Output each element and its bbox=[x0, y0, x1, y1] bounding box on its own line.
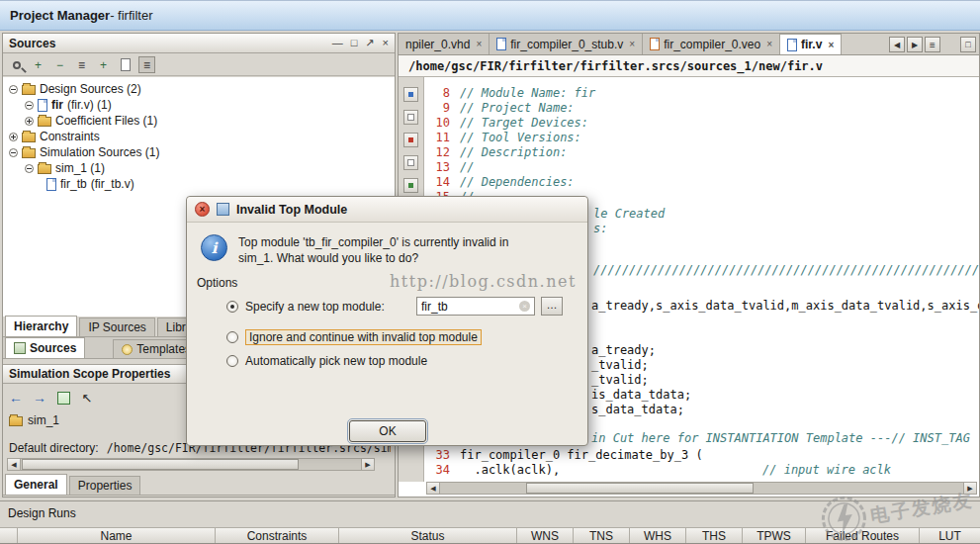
code-line: 11// Tool Versions: bbox=[399, 131, 979, 145]
column-wns[interactable]: WNS bbox=[517, 528, 574, 543]
code-fragment: _tvalid; bbox=[591, 373, 649, 387]
collapse-all-icon[interactable]: − bbox=[51, 56, 68, 73]
scrollbar-thumb[interactable] bbox=[22, 459, 299, 470]
float-icon[interactable]: ↗ bbox=[365, 37, 374, 49]
tree-item-constraints[interactable]: Constraints bbox=[3, 129, 100, 144]
scrollbar-thumb[interactable] bbox=[526, 483, 754, 494]
radio-specify-top-module[interactable]: Specify a new top module: bbox=[226, 300, 385, 314]
tab-ip-sources[interactable]: IP Sources bbox=[79, 317, 154, 336]
radio-button-icon[interactable] bbox=[226, 301, 238, 313]
scroll-right-icon[interactable]: ▶ bbox=[361, 459, 374, 470]
maximize-icon[interactable]: □ bbox=[351, 37, 358, 49]
close-tab-icon[interactable]: × bbox=[766, 39, 772, 49]
column-ths[interactable]: THS bbox=[686, 528, 743, 543]
radio-ignore-invalid-top[interactable]: Ignore and continue with invalid top mod… bbox=[226, 329, 482, 345]
tab-fir-compiler-0-veo[interactable]: fir_compiler_0.veo × bbox=[643, 34, 780, 54]
column-tpws[interactable]: TPWS bbox=[743, 528, 806, 543]
close-tab-icon[interactable]: × bbox=[629, 39, 635, 49]
verilog-file-icon bbox=[496, 38, 506, 50]
minimize-icon[interactable]: — bbox=[332, 37, 343, 49]
column-status[interactable]: Status bbox=[339, 528, 517, 543]
properties-horizontal-scrollbar[interactable]: ◀ ▶ bbox=[7, 458, 375, 471]
collapse-handle-icon[interactable] bbox=[9, 148, 18, 157]
verilog-file-icon bbox=[38, 99, 47, 112]
tab-fir-compiler-0-stub-v[interactable]: fir_compiler_0_stub.v × bbox=[490, 34, 643, 54]
top-module-input[interactable] bbox=[421, 300, 512, 314]
column-whs[interactable]: WHS bbox=[630, 528, 686, 543]
code-fragment: le Created bbox=[593, 207, 665, 221]
column-tns[interactable]: TNS bbox=[574, 528, 630, 543]
expand-handle-icon[interactable] bbox=[9, 133, 18, 141]
scroll-left-icon[interactable]: ◀ bbox=[427, 483, 440, 494]
line-text: // Project Name: bbox=[460, 101, 575, 115]
ok-button[interactable]: OK bbox=[349, 420, 426, 442]
settings-icon[interactable]: ≡ bbox=[138, 56, 155, 73]
tab-label: npiler_0.vhd bbox=[405, 38, 470, 51]
tab-label: fir.v bbox=[801, 38, 822, 51]
radio-button-icon[interactable] bbox=[226, 331, 238, 343]
sources-panel-controls: — □ ↗ × bbox=[332, 37, 389, 49]
collapse-handle-icon[interactable] bbox=[25, 164, 34, 173]
line-number: 9 bbox=[422, 101, 450, 115]
tab-properties[interactable]: Properties bbox=[69, 476, 141, 495]
dialog-close-icon[interactable]: × bbox=[195, 202, 210, 217]
radio-button-icon[interactable] bbox=[226, 355, 238, 367]
browse-button[interactable]: … bbox=[541, 297, 563, 316]
tree-item-label: Simulation Sources (1) bbox=[40, 145, 159, 159]
column-spacer bbox=[0, 528, 18, 543]
verilog-file-icon bbox=[46, 178, 56, 191]
search-icon[interactable] bbox=[8, 56, 25, 73]
close-icon[interactable]: × bbox=[383, 37, 389, 49]
next-tab-icon[interactable]: ▶ bbox=[907, 37, 923, 52]
clear-input-icon[interactable]: × bbox=[519, 301, 530, 312]
prev-tab-icon[interactable]: ◀ bbox=[889, 37, 905, 52]
float-editor-icon[interactable]: □ bbox=[960, 37, 976, 52]
column-name[interactable]: Name bbox=[18, 528, 216, 543]
tree-item-coefficient-files[interactable]: Coefficient Files (1) bbox=[3, 113, 157, 129]
tree-item-fir[interactable]: fir (fir.v) (1) bbox=[3, 97, 112, 113]
column-constraints[interactable]: Constraints bbox=[216, 528, 339, 543]
forward-icon[interactable]: → bbox=[31, 389, 48, 407]
radio-auto-pick-top[interactable]: Automatically pick new top module bbox=[226, 354, 427, 368]
back-icon[interactable]: ← bbox=[7, 389, 25, 407]
close-tab-icon[interactable]: × bbox=[828, 40, 834, 50]
folder-icon bbox=[22, 148, 36, 158]
tree-item-simulation-sources[interactable]: Simulation Sources (1) bbox=[3, 144, 159, 160]
tab-compiler-0-vhd[interactable]: npiler_0.vhd × bbox=[399, 34, 490, 54]
tree-item-fir-tb[interactable]: fir_tb (fir_tb.v) bbox=[3, 176, 134, 192]
file-icon[interactable] bbox=[117, 56, 134, 73]
watermark-stamp-text: 电子发烧友 bbox=[869, 490, 975, 526]
scope-item-sim-1[interactable]: sim_1 bbox=[9, 413, 59, 427]
info-icon: i bbox=[201, 234, 227, 261]
folder-icon bbox=[38, 164, 51, 174]
design-runs-title: Design Runs bbox=[8, 506, 76, 520]
scope-item-label: sim_1 bbox=[28, 413, 59, 427]
properties-grid-icon[interactable] bbox=[54, 389, 72, 407]
dialog-titlebar: × Invalid Top Module bbox=[187, 197, 587, 223]
collapse-handle-icon[interactable] bbox=[25, 101, 34, 110]
tree-item-sim-1[interactable]: sim_1 (1) bbox=[3, 160, 105, 176]
watermark-url: http://blog.csdn.net bbox=[390, 272, 577, 291]
tree-item-label: Coefficient Files (1) bbox=[55, 114, 157, 128]
tab-list-icon[interactable]: ≡ bbox=[925, 37, 940, 52]
code-fragment: a_tready; bbox=[591, 343, 656, 357]
select-cursor-icon[interactable]: ↖ bbox=[78, 389, 96, 407]
scroll-left-icon[interactable]: ◀ bbox=[8, 459, 21, 470]
expand-all-icon[interactable]: + bbox=[30, 56, 46, 73]
collapse-handle-icon[interactable] bbox=[9, 85, 18, 94]
dialog-message: Top module 'tb_fir_compiler_0' is curren… bbox=[238, 234, 508, 266]
expand-handle-icon[interactable] bbox=[25, 117, 34, 126]
tab-sources[interactable]: Sources bbox=[5, 337, 85, 358]
radio-ignore-label: Ignore and continue with invalid top mod… bbox=[245, 329, 482, 345]
tab-general[interactable]: General bbox=[5, 474, 67, 495]
close-tab-icon[interactable]: × bbox=[476, 39, 482, 49]
tab-hierarchy[interactable]: Hierarchy bbox=[5, 316, 77, 336]
folder-icon bbox=[38, 117, 51, 127]
tree-item-design-sources[interactable]: Design Sources (2) bbox=[3, 81, 141, 97]
code-fragment: ////////////////////////////////////////… bbox=[593, 263, 979, 277]
add-sources-icon[interactable]: + bbox=[95, 56, 112, 73]
tree-item-suffix: (fir.v) (1) bbox=[67, 98, 112, 112]
flat-view-icon[interactable]: ≡ bbox=[73, 56, 90, 73]
line-text: fir_compiler_0 fir_decimate_by_3 ( bbox=[460, 448, 703, 462]
tab-fir-v[interactable]: fir.v × bbox=[780, 34, 842, 54]
